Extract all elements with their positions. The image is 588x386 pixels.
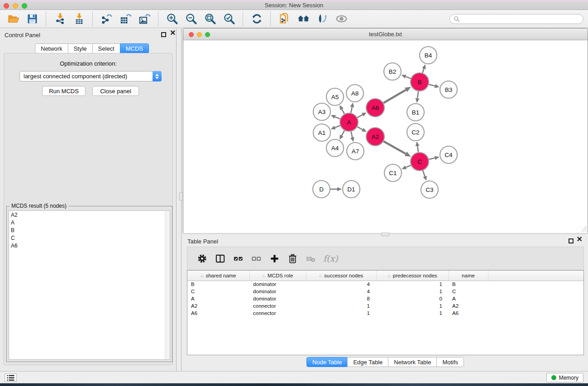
graph-node-label: B1 — [412, 109, 420, 116]
style-brush-icon — [316, 13, 329, 25]
toolbar-separator — [92, 12, 93, 26]
table-row[interactable]: A6connector11A6 — [187, 310, 583, 317]
export-table-button[interactable] — [118, 12, 133, 26]
table-row[interactable]: A2connector11A2 — [187, 302, 583, 310]
graph-edge[interactable] — [429, 84, 435, 86]
tab-select[interactable]: Select — [92, 43, 120, 53]
table-row[interactable]: Adominator80A — [187, 295, 583, 302]
graph-edge[interactable] — [357, 127, 363, 129]
window-resize-grip[interactable] — [581, 226, 587, 232]
show-columns-button[interactable] — [213, 252, 227, 265]
graph-edge[interactable] — [357, 114, 363, 117]
tab-motifs[interactable]: Motifs — [436, 357, 464, 367]
float-table-panel-icon[interactable] — [569, 238, 574, 243]
graph-edge[interactable] — [342, 130, 344, 135]
task-history-button[interactable] — [5, 373, 17, 382]
graph-edge[interactable] — [383, 90, 406, 103]
application-window: Session: New Session — [0, 0, 588, 386]
result-item[interactable]: A6 — [9, 242, 170, 249]
show-details-button[interactable] — [334, 12, 349, 26]
graph-edge[interactable] — [383, 141, 406, 154]
graph-edge[interactable] — [429, 158, 435, 159]
export-network-button[interactable] — [99, 12, 114, 26]
table-settings-button[interactable] — [195, 252, 209, 265]
table-row[interactable]: Bdominator41B — [187, 281, 583, 288]
float-panel-icon[interactable] — [161, 32, 166, 37]
column-shared-name[interactable]: ∴shared name — [187, 271, 249, 281]
save-session-button[interactable] — [24, 12, 40, 26]
close-panel-button[interactable]: Close panel — [92, 86, 139, 96]
delete-table-button[interactable] — [304, 252, 317, 265]
graph-node-label: C — [417, 158, 422, 165]
edge-arrowhead — [422, 64, 426, 69]
import-table-icon — [73, 13, 85, 25]
tab-node-table[interactable]: Node Table — [306, 357, 348, 367]
delete-column-button[interactable] — [286, 252, 299, 265]
style-button[interactable] — [315, 12, 330, 26]
graph-edge[interactable] — [342, 109, 344, 114]
graph-node-label: A1 — [318, 129, 326, 136]
select-all-button[interactable] — [231, 252, 245, 265]
open-file-button[interactable] — [5, 12, 21, 26]
graph-edge[interactable] — [422, 69, 424, 73]
column-mcds-role[interactable]: ∴MCDS role — [249, 271, 306, 281]
search-box[interactable] — [449, 14, 583, 24]
zoom-selected-button[interactable] — [221, 12, 237, 26]
column-predecessor-nodes[interactable]: ∴predecessor nodes — [376, 271, 449, 281]
graph-edge[interactable] — [351, 107, 352, 113]
horizontal-splitter-handle[interactable] — [381, 233, 389, 236]
trash-icon — [287, 253, 298, 264]
import-network-button[interactable] — [52, 12, 67, 26]
search-input[interactable] — [460, 16, 579, 22]
graph-edge[interactable] — [335, 117, 340, 119]
function-builder-button[interactable]: f(x) — [323, 253, 338, 263]
zoom-fit-button[interactable] — [202, 12, 218, 26]
memory-button[interactable]: Memory — [546, 373, 583, 382]
zoom-in-button[interactable] — [164, 12, 180, 26]
tab-edge-table[interactable]: Edge Table — [347, 357, 388, 367]
result-item[interactable]: B — [9, 226, 170, 234]
table-row[interactable]: Cdominator41C — [187, 288, 583, 295]
tab-mcds[interactable]: MCDS — [120, 43, 149, 53]
mcds-result-list[interactable]: A2ABCA6 — [9, 210, 170, 360]
close-table-panel-icon[interactable]: ✕ — [577, 236, 583, 243]
result-item[interactable]: C — [9, 234, 170, 242]
column-name[interactable]: name — [449, 271, 488, 281]
home-button[interactable] — [296, 12, 311, 26]
close-panel-icon[interactable]: ✕ — [170, 29, 176, 37]
clone-network-icon — [278, 13, 291, 25]
tab-network[interactable]: Network — [35, 43, 68, 53]
import-table-button[interactable] — [71, 12, 86, 26]
graph-edge[interactable] — [406, 76, 411, 78]
network-canvas[interactable]: B4B2BB3A8A5A6A3B1AA1C2A2A4A7C4CC1C3DD1 — [183, 40, 588, 233]
result-scrollbar[interactable] — [165, 211, 170, 359]
result-item[interactable]: A2 — [9, 211, 170, 219]
mcds-result-title: MCDS result (5 nodes) — [10, 203, 68, 209]
add-column-button[interactable] — [268, 252, 281, 265]
column-successor-nodes[interactable]: ∴successor nodes — [306, 271, 376, 281]
clone-network-button[interactable] — [277, 12, 292, 26]
graph-edge[interactable] — [423, 171, 425, 176]
graph-edge[interactable] — [351, 132, 352, 138]
run-mcds-button[interactable]: Run MCDS — [42, 86, 86, 96]
tab-network-table[interactable]: Network Table — [388, 357, 437, 367]
graph-edge[interactable] — [417, 146, 418, 152]
zoom-out-button[interactable] — [183, 12, 199, 26]
network-graph: B4B2BB3A8A5A6A3B1AA1C2A2A4A7C4CC1C3DD1 — [183, 40, 588, 233]
graph-edge[interactable] — [417, 91, 418, 98]
graph-node-label: C2 — [411, 129, 419, 136]
optimization-criterion-select[interactable]: largest connected component (directed) — [19, 71, 162, 81]
network-window-title: testGlobe.txt — [183, 31, 588, 38]
graph-edge[interactable] — [335, 126, 340, 128]
apply-layout-button[interactable] — [249, 12, 264, 26]
plus-icon — [269, 253, 280, 264]
export-image-button[interactable] — [137, 12, 152, 26]
column-filler — [488, 271, 583, 281]
deselect-all-button[interactable] — [249, 252, 263, 265]
graph-node-label: C3 — [425, 186, 433, 193]
open-folder-icon — [7, 13, 19, 25]
tab-style[interactable]: Style — [68, 43, 93, 53]
graph-edge[interactable] — [406, 165, 411, 167]
delete-table-icon — [306, 253, 316, 264]
result-item[interactable]: A — [9, 219, 170, 226]
